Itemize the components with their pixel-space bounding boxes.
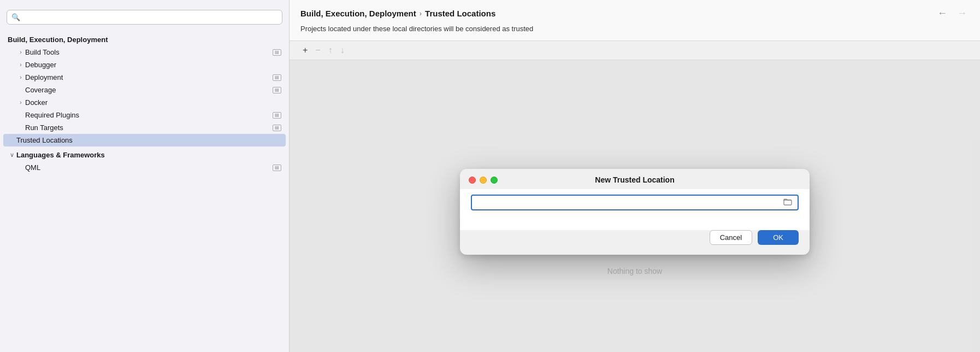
ok-button[interactable]: OK [758,230,799,245]
sidebar-item-deployment[interactable]: › Deployment ▤ [0,71,289,84]
sidebar-item-qml[interactable]: › QML ▤ [0,161,289,174]
chevron-right-icon: › [16,49,25,55]
nav-arrows: ← → [935,8,969,19]
right-panel: Build, Execution, Deployment › Trusted L… [290,0,980,352]
location-input-row [471,195,799,210]
content-area: Nothing to show New Trusted Location [290,60,980,352]
chevron-right-icon: › [16,74,25,80]
cancel-button[interactable]: Cancel [710,230,752,245]
add-button[interactable]: + [300,44,310,56]
close-window-button[interactable] [469,177,476,184]
breadcrumb-current: Trusted Locations [425,9,495,18]
sidebar-item-debugger[interactable]: › Debugger [0,58,289,71]
location-input[interactable] [476,198,779,207]
page-description: Projects located under these local direc… [290,25,980,40]
sidebar-item-languages-frameworks[interactable]: ∨ Languages & Frameworks [0,149,289,161]
settings-icon: ▤ [273,165,281,171]
page-header: Build, Execution, Deployment › Trusted L… [290,0,980,25]
traffic-lights [469,177,498,184]
settings-icon: ▤ [273,112,281,119]
new-trusted-location-dialog: New Trusted Location Cancel [460,169,810,255]
chevron-right-icon: › [16,99,25,105]
move-down-button[interactable]: ↓ [338,44,347,56]
toolbar: + − ↑ ↓ [290,40,980,60]
settings-icon: ▤ [273,74,281,81]
move-up-button[interactable]: ↑ [326,44,335,56]
left-panel: 🔍 Build, Execution, Deployment › Build T… [0,0,290,352]
dialog-titlebar: New Trusted Location [460,169,810,189]
back-button[interactable]: ← [935,8,949,19]
chevron-down-icon: ∨ [8,151,16,159]
browse-folder-button[interactable] [782,198,793,207]
maximize-window-button[interactable] [491,177,498,184]
sidebar-item-run-targets[interactable]: › Run Targets ▤ [0,121,289,134]
forward-button[interactable]: → [955,8,969,19]
breadcrumb-parent: Build, Execution, Deployment [300,9,416,18]
nav-section-build: Build, Execution, Deployment [0,33,289,46]
sidebar-item-required-plugins[interactable]: › Required Plugins ▤ [0,109,289,121]
sidebar-item-build-tools[interactable]: › Build Tools ▤ [0,46,289,58]
svg-rect-0 [784,200,792,205]
remove-button[interactable]: − [313,44,322,56]
dialog-title: New Trusted Location [595,175,674,184]
breadcrumb: Build, Execution, Deployment › Trusted L… [300,9,495,18]
search-input[interactable] [23,13,278,21]
dialog-body [460,189,810,230]
dialog-buttons: Cancel OK [460,230,810,255]
dialog-overlay: New Trusted Location Cancel [290,60,980,352]
chevron-right-icon: › [16,62,25,68]
breadcrumb-separator: › [420,9,422,17]
settings-icon: ▤ [273,87,281,93]
sidebar-item-trusted-locations[interactable]: › Trusted Locations [3,134,286,146]
sidebar-item-coverage[interactable]: › Coverage ▤ [0,84,289,96]
search-bar[interactable]: 🔍 [7,10,282,25]
sidebar-item-docker[interactable]: › Docker [0,96,289,109]
settings-icon: ▤ [273,49,281,56]
search-icon: 🔍 [11,13,20,21]
minimize-window-button[interactable] [480,177,487,184]
settings-icon: ▤ [273,125,281,131]
